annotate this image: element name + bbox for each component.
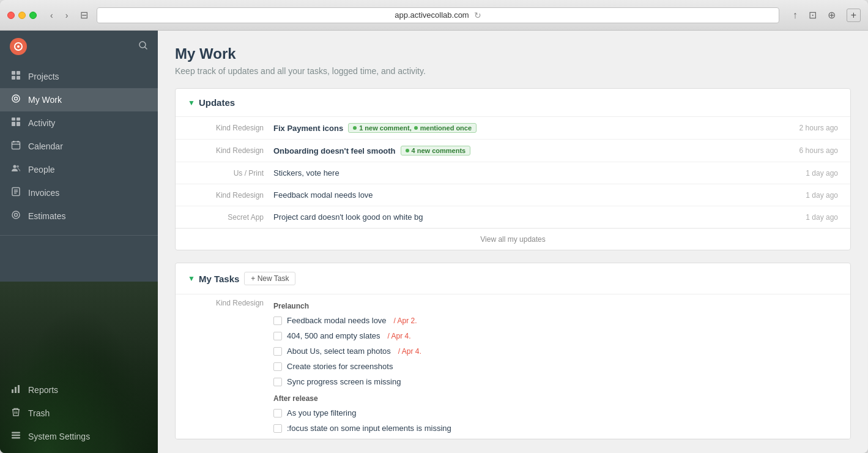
task-due-date: / Apr 4. [398,347,421,356]
main-content: My Work Keep track of updates and all yo… [158,31,868,453]
update-row: Kind Redesign Fix Payment icons 1 new co… [176,117,850,140]
app-logo [10,38,27,55]
maximize-button[interactable] [29,12,37,19]
sidebar: Projects My Work [0,31,158,453]
sidebar-item-reports[interactable]: Reports [0,378,158,402]
sidebar-item-people[interactable]: People [0,158,158,181]
minimize-button[interactable] [18,12,26,19]
sidebar-label-activity: Activity [28,118,55,128]
sidebar-label-calendar: Calendar [28,141,63,151]
task-project-label: Kind Redesign [188,297,273,307]
updates-section-header: ▼ Updates [176,89,850,117]
svg-rect-5 [17,71,20,75]
sidebar-label-trash: Trash [28,408,50,418]
update-row: Kind Redesign Onboarding doesn't feel sm… [176,140,850,162]
sidebar-item-activity[interactable]: Activity [0,111,158,135]
task-item: :focus state on some input elements is m… [273,421,838,436]
new-tab-button[interactable]: + [847,9,861,22]
update-title[interactable]: Stickers, vote here [273,168,793,178]
update-project: Us / Print [188,169,273,178]
update-title[interactable]: Feedback modal needs love [273,190,793,200]
svg-rect-26 [12,389,13,393]
sidebar-item-trash[interactable]: Trash [0,402,158,425]
url-text: app.activecollab.com [395,10,469,20]
estimates-icon [10,210,22,222]
sidebar-label-system-settings: System Settings [28,432,90,441]
update-project: Secret App [188,213,273,222]
svg-rect-34 [12,437,20,439]
close-button[interactable] [7,12,15,19]
task-text: :focus state on some input elements is m… [287,424,451,433]
browser-toolbar: ‹ › ⊟ app.activecollab.com ↻ ↑ ⊡ ⊕ + [0,0,868,31]
svg-line-3 [145,47,147,49]
task-item: As you type filtering [273,405,838,421]
svg-point-8 [12,95,20,102]
updates-section: ▼ Updates Kind Redesign Fix Payment icon… [175,88,851,250]
calendar-icon [10,140,22,152]
svg-rect-7 [17,76,20,80]
new-task-button[interactable]: + New Task [244,272,295,285]
sidebar-item-invoices[interactable]: Invoices [0,181,158,204]
sidebar-item-projects[interactable]: Projects [0,65,158,88]
svg-rect-27 [15,387,17,393]
task-due-date: / Apr 4. [388,332,411,340]
update-title[interactable]: Fix Payment icons 1 new comment, mention… [273,123,787,133]
updates-toggle-icon[interactable]: ▼ [188,99,195,107]
sidebar-item-system-settings[interactable]: System Settings [0,425,158,448]
back-button[interactable]: ‹ [46,9,57,21]
search-button[interactable] [138,40,148,53]
task-text: 404, 500 and empty slates [287,331,380,340]
task-text: Create stories for screenshots [287,362,393,371]
update-row: Kind Redesign Feedback modal needs love … [176,184,850,206]
update-time: 1 day ago [793,191,838,200]
task-item: Sync progress screen is missing [273,374,838,389]
svg-point-25 [15,214,18,217]
refresh-icon[interactable]: ↻ [474,10,481,20]
forward-button[interactable]: › [62,9,72,21]
svg-rect-13 [17,122,20,126]
fullscreen-button[interactable]: ⊡ [805,8,820,22]
trash-icon [10,407,22,419]
sidebar-divider [0,235,158,236]
svg-rect-6 [12,76,15,80]
sidebar-label-people: People [28,165,55,174]
update-time: 2 hours ago [787,124,838,132]
sidebar-item-my-work[interactable]: My Work [0,88,158,111]
share-button[interactable]: ↑ [789,8,801,22]
download-button[interactable]: ⊕ [824,8,839,22]
task-checkbox[interactable] [273,347,282,356]
sidebar-label-invoices: Invoices [28,188,59,198]
task-item: Feedback modal needs love / Apr 2. [273,313,838,328]
sidebar-label-my-work: My Work [28,95,62,105]
tasks-title: My Tasks [199,274,239,284]
task-checkbox[interactable] [273,409,282,417]
tasks-toggle-icon[interactable]: ▼ [188,274,195,283]
update-title[interactable]: Onboarding doesn't feel smooth 4 new com… [273,146,787,155]
sidebar-item-estimates[interactable]: Estimates [0,204,158,228]
system-settings-icon [10,430,22,443]
tasks-section-header: ▼ My Tasks + New Task [176,263,850,294]
update-time: 6 hours ago [787,146,838,155]
task-text: About Us, select team photos [287,346,391,356]
sidebar-label-estimates: Estimates [28,211,65,221]
sidebar-item-calendar[interactable]: Calendar [0,135,158,158]
address-bar[interactable]: app.activecollab.com ↻ [97,7,779,23]
task-list: Prelaunch Feedback modal needs love / Ap… [273,297,838,436]
svg-rect-12 [12,122,15,126]
task-checkbox[interactable] [273,332,282,340]
update-title[interactable]: Project card doesn't look good on white … [273,212,793,222]
tab-view-button[interactable]: ⊟ [76,8,92,22]
update-project: Kind Redesign [188,191,273,200]
task-due-date: / Apr 2. [394,316,417,325]
view-all-updates-link[interactable]: View all my updates [176,228,850,250]
update-badge: 1 new comment, mentioned once [348,123,477,133]
svg-point-1 [17,45,20,48]
task-checkbox[interactable] [273,362,282,371]
task-checkbox[interactable] [273,316,282,325]
task-text: Feedback modal needs love [287,316,387,325]
svg-point-18 [13,165,17,168]
task-checkbox[interactable] [273,378,282,386]
update-row: Us / Print Stickers, vote here 1 day ago [176,162,850,184]
task-checkbox[interactable] [273,424,282,433]
update-row: Secret App Project card doesn't look goo… [176,206,850,228]
